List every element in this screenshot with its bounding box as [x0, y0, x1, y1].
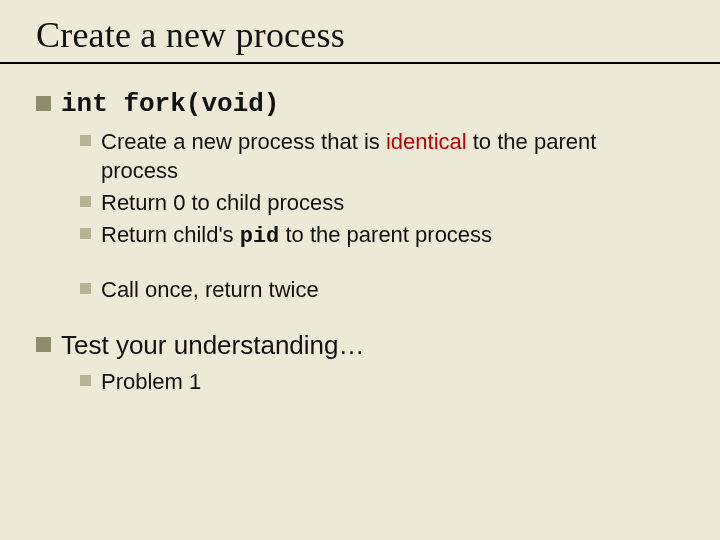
text-run: Call once, return twice: [101, 277, 319, 302]
bullet-level-1: Test your understanding…: [36, 329, 684, 362]
bullet-text: Problem 1: [101, 367, 201, 397]
square-bullet-icon: [80, 283, 91, 294]
square-bullet-icon: [36, 337, 51, 352]
bullet-text: Call once, return twice: [101, 275, 319, 305]
bullet-level-2: Problem 1: [80, 367, 640, 397]
slide-title: Create a new process: [36, 14, 684, 56]
text-run: identical: [386, 129, 467, 154]
text-run: pid: [240, 224, 280, 249]
title-underline: [0, 62, 720, 64]
square-bullet-icon: [80, 375, 91, 386]
spacer: [36, 307, 684, 329]
text-run: Return 0 to child process: [101, 190, 344, 215]
bullet-level-2: Return child's pid to the parent process: [80, 220, 640, 252]
bullet-text: Return 0 to child process: [101, 188, 344, 218]
spacer: [36, 253, 684, 275]
text-run: to the parent process: [279, 222, 492, 247]
square-bullet-icon: [80, 228, 91, 239]
bullet-text: int fork(void): [61, 88, 279, 121]
bullet-level-2: Create a new process that is identical t…: [80, 127, 640, 186]
square-bullet-icon: [80, 196, 91, 207]
bullet-list: int fork(void)Create a new process that …: [36, 88, 684, 397]
bullet-level-1: int fork(void): [36, 88, 684, 121]
text-run: Create a new process that is: [101, 129, 386, 154]
bullet-text: Create a new process that is identical t…: [101, 127, 640, 186]
text-run: Problem 1: [101, 369, 201, 394]
square-bullet-icon: [80, 135, 91, 146]
square-bullet-icon: [36, 96, 51, 111]
text-run: Return child's: [101, 222, 240, 247]
bullet-text: Return child's pid to the parent process: [101, 220, 492, 252]
bullet-level-2: Call once, return twice: [80, 275, 640, 305]
slide: Create a new process int fork(void)Creat…: [0, 0, 720, 540]
bullet-level-2: Return 0 to child process: [80, 188, 640, 218]
bullet-text: Test your understanding…: [61, 329, 365, 362]
